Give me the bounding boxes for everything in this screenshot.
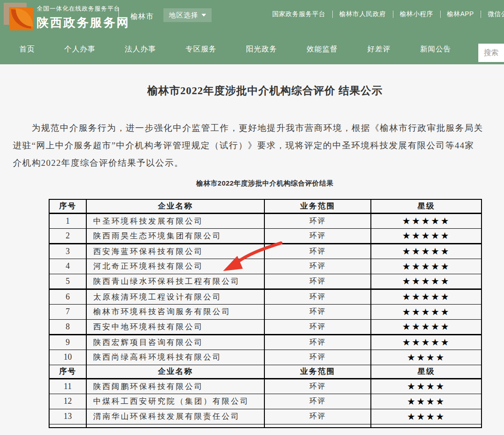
region-selector-button[interactable]: 地区选择 [163,8,212,22]
nav-menu: 首页个人办事法人办事专区服务阳光政务效能监督好差评新闻公告 [0,34,504,64]
empty-cell [86,424,264,428]
quick-link[interactable]: 榆林市人民政府 [332,10,393,18]
company-name-cell: 榆林市环境科技咨询服务有限公司 [86,304,264,319]
quick-link[interactable]: 国家政务服务平台 [265,10,332,18]
announcement-article: 榆林市2022年度涉批中介机构综合评价 结果公示 为规范中介服务行为，进一步强化… [0,64,504,435]
star-rating-cell: ★★★★★ [371,259,482,274]
business-scope-cell: 环评 [264,259,371,274]
row-number-cell: 13 [49,409,86,424]
star-rating-cell: ★★★★ [371,350,482,365]
business-scope-cell: 环评 [264,304,371,319]
company-name-cell: 陕西阔鹏环保科技有限公司 [86,379,264,394]
company-name-cell: 河北奇正环境科技有限公司 [86,259,264,274]
business-scope-cell: 环评 [264,243,371,259]
star-rating-cell: ★★★★★ [371,213,482,228]
table-row: 10陕西尚绿高科环境科技有限公司环评★★★★ [49,350,482,365]
paragraph-line: 介机构2022年度综合评价结果予以公示。 [13,154,504,172]
column-header: 业务范围 [264,199,371,213]
table-row: 12中煤科工西安研究院（集团）有限公司环评★★★★ [49,394,482,409]
table-row-partial [49,424,482,428]
quick-link[interactable]: 榆林小程序 [393,10,440,18]
business-scope-cell: 环评 [264,350,371,365]
row-number-cell: 9 [49,334,86,350]
business-scope-cell: 环评 [264,394,371,409]
nav-item[interactable]: 个人办事 [64,45,95,54]
site-logo-icon[interactable] [4,3,33,30]
table-row: 4河北奇正环境科技有限公司环评★★★★★ [49,259,482,274]
row-number-cell: 5 [49,274,86,289]
company-name-cell: 陕西雨昊生态环境集团有限公司 [86,228,264,243]
table-row: 5陕西青山绿水环保科技工程有限公司环评★★★★★ [49,274,482,289]
main-nav: 首页个人办事法人办事专区服务阳光政务效能监督好差评新闻公告 [0,34,504,64]
table-row: 2陕西雨昊生态环境集团有限公司环评★★★★★ [49,228,482,243]
row-number-cell: 6 [49,289,86,304]
business-scope-cell: 环评 [264,379,371,394]
star-rating-cell: ★★★★★ [371,319,482,334]
empty-cell [371,424,482,428]
column-header: 企业名称 [86,365,264,379]
nav-item[interactable]: 好差评 [367,45,391,54]
results-table: 序号企业名称业务范围星级1中圣环境科技发展有限公司环评★★★★★2陕西雨昊生态环… [49,199,482,428]
row-number-cell: 11 [49,379,86,394]
star-rating-cell: ★★★★★ [371,274,482,289]
nav-item[interactable]: 效能监督 [307,45,338,54]
article-body: 为规范中介服务行为，进一步强化中介监管工作，更好地提升我市营商环境，根据《榆林市… [13,119,504,172]
row-number-cell: 1 [49,213,86,228]
column-header: 星级 [371,199,482,213]
column-header: 星级 [371,365,482,379]
page-title: 榆林市2022年度涉批中介机构综合评价 结果公示 [0,84,504,98]
table-row: 6太原核清环境工程设计有限公司环评★★★★★ [49,289,482,304]
nav-item[interactable]: 法人办事 [125,45,156,54]
region-selector-label: 地区选择 [169,11,198,20]
table-row: 8西安中地环境科技有限公司环评★★★★★ [49,319,482,334]
company-name-cell: 西安中地环境科技有限公司 [86,319,264,334]
nav-item[interactable]: 首页 [19,45,35,54]
empty-cell [264,424,371,428]
business-scope-cell: 环评 [264,228,371,243]
table-row: 9陕西宏辉项目咨询有限公司环评★★★★★ [49,334,482,350]
quick-links: 国家政务服务平台榆林市人民政府榆林小程序榆林APP微信公众号注册 [265,10,504,18]
platform-label: 全国一体化在线政务服务平台 [37,5,130,13]
company-name-cell: 陕西宏辉项目咨询有限公司 [86,334,264,350]
table-row: 7榆林市环境科技咨询服务有限公司环评★★★★★ [49,304,482,319]
company-name-cell: 太原核清环境工程设计有限公司 [86,289,264,304]
brand-text: 全国一体化在线政务服务平台 陕西政务服务网 [37,5,130,31]
nav-item[interactable]: 专区服务 [185,45,217,54]
nav-item[interactable]: 新闻公告 [420,45,451,54]
business-scope-cell: 环评 [264,334,371,350]
business-scope-cell: 环评 [264,319,371,334]
star-rating-cell: ★★★★ [371,379,482,394]
current-city-label: 榆林市 [130,12,154,22]
company-name-cell: 渭南华山环保科技发展有限责任公司 [86,409,264,424]
star-rating-cell: ★★★★★ [371,243,482,259]
site-name: 陕西政务服务网 [37,15,130,31]
chevron-down-icon [202,14,206,17]
table-row: 11陕西阔鹏环保科技有限公司环评★★★★ [49,379,482,394]
row-number-cell: 10 [49,350,86,365]
business-scope-cell: 环评 [264,213,371,228]
star-rating-cell: ★★★★★ [371,289,482,304]
table-header-row: 序号企业名称业务范围星级 [49,199,482,213]
table-caption: 榆林市2022年度涉批中介机构综合评价结果 [49,179,481,188]
company-name-cell: 陕西尚绿高科环境科技有限公司 [86,350,264,365]
column-header: 企业名称 [86,199,264,213]
results-table-body: 序号企业名称业务范围星级1中圣环境科技发展有限公司环评★★★★★2陕西雨昊生态环… [49,199,482,428]
site-header: 全国一体化在线政务服务平台 陕西政务服务网 榆林市 地区选择 国家政务服务平台榆… [0,0,504,34]
table-row: 1中圣环境科技发展有限公司环评★★★★★ [49,213,482,228]
row-number-cell: 8 [49,319,86,334]
business-scope-cell: 环评 [264,289,371,304]
quick-link[interactable]: 榆林APP [440,10,481,18]
table-header-row: 序号企业名称业务范围星级 [49,365,482,379]
column-header: 业务范围 [264,365,371,379]
row-number-cell: 4 [49,259,86,274]
page: { "colors":{ "header_green":"#6f9c79", "… [0,0,504,435]
row-number-cell: 3 [49,243,86,259]
table-row: 13渭南华山环保科技发展有限责任公司环评★★★★ [49,409,482,424]
search-input[interactable] [478,44,504,62]
header-divider [118,8,119,28]
star-rating-cell: ★★★★ [371,409,482,424]
quick-link[interactable]: 微信公众号 [481,10,504,18]
row-number-cell: 2 [49,228,86,243]
nav-item[interactable]: 阳光政务 [246,45,277,54]
business-scope-cell: 环评 [264,409,371,424]
